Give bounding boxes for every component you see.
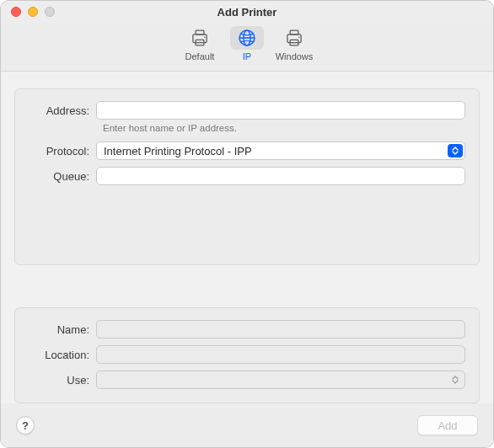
add-printer-window: Add Printer Default (0, 0, 494, 448)
add-button: Add (417, 415, 478, 435)
chevron-updown-icon (448, 144, 463, 157)
svg-rect-0 (193, 35, 207, 43)
printer-people-icon (283, 27, 305, 49)
name-label: Name: (29, 323, 96, 336)
svg-rect-7 (287, 35, 301, 43)
tab-ip-label: IP (223, 51, 271, 61)
tab-default[interactable]: Default (176, 26, 223, 61)
address-hint: Enter host name or IP address. (103, 123, 465, 133)
use-label: Use: (29, 374, 96, 387)
svg-rect-1 (196, 30, 204, 35)
address-input[interactable] (96, 101, 465, 120)
tab-ip[interactable]: IP (223, 26, 271, 61)
body: Address: Enter host name or IP address. … (1, 72, 493, 447)
queue-label: Queue: (29, 170, 96, 183)
window-title: Add Printer (1, 6, 493, 19)
printer-icon (189, 27, 211, 49)
svg-rect-8 (290, 30, 298, 35)
add-button-label: Add (438, 419, 457, 432)
protocol-value: Internet Printing Protocol - IPP (104, 145, 444, 157)
location-label: Location: (29, 349, 96, 361)
connection-pane: Address: Enter host name or IP address. … (14, 88, 480, 265)
use-popup (96, 371, 465, 389)
location-input (96, 345, 465, 364)
protocol-popup[interactable]: Internet Printing Protocol - IPP (96, 141, 465, 160)
svg-point-10 (298, 36, 300, 38)
globe-icon (236, 27, 258, 49)
help-icon: ? (22, 419, 29, 432)
svg-point-3 (204, 36, 206, 38)
details-pane: Name: Location: Use: (14, 307, 480, 403)
footer: ? Add (1, 403, 493, 447)
source-segmented-control: Default IP (176, 26, 318, 61)
help-button[interactable]: ? (16, 416, 35, 435)
titlebar: Add Printer (1, 1, 493, 23)
name-input (96, 320, 465, 339)
tab-default-label: Default (176, 51, 223, 61)
tab-windows[interactable]: Windows (271, 26, 318, 61)
protocol-label: Protocol: (29, 145, 96, 157)
toolbar: Default IP (1, 23, 493, 72)
chevron-updown-icon (448, 373, 463, 387)
queue-input[interactable] (96, 167, 465, 185)
tab-windows-label: Windows (271, 51, 318, 61)
address-label: Address: (29, 104, 96, 117)
